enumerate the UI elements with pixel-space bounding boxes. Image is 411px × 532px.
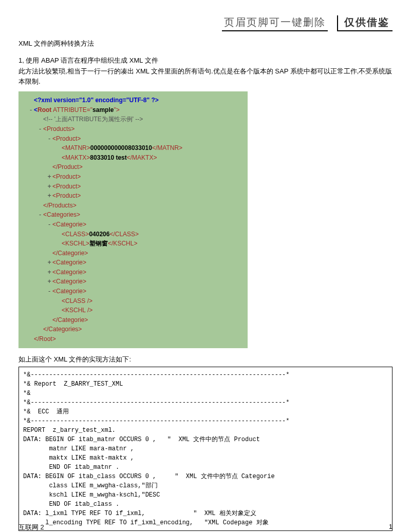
collapse-icon[interactable]: - xyxy=(37,210,43,220)
xml-kschl-empty: <KSCHL /> xyxy=(62,306,92,315)
header-note-left: 页眉页脚可一键删除 xyxy=(222,15,328,31)
xml-categories-close: </Categories> xyxy=(43,325,82,334)
page: 页眉页脚可一键删除 仅供借鉴 XML 文件的两种转换方法 1, 使用 ABAP … xyxy=(0,0,411,532)
xml-products-open: <Products> xyxy=(43,124,74,134)
mid-line: 如上面这个 XML 文件的实现方法如下: xyxy=(18,354,393,365)
code-line: END OF itab_matnr . xyxy=(23,464,119,471)
collapse-icon[interactable]: - xyxy=(37,124,43,134)
expand-icon[interactable]: + xyxy=(46,191,52,201)
xml-kschl: <KSCHL>塑钢窗</KSCHL> xyxy=(62,239,137,249)
xml-categorie-collapsed: <Categorie> xyxy=(52,258,86,268)
code-line: *& xyxy=(23,390,30,397)
abap-code-listing: *&--------------------------------------… xyxy=(18,367,393,531)
collapse-icon[interactable]: - xyxy=(28,105,34,115)
xml-product-close: </Product> xyxy=(52,162,83,172)
header-note-right: 仅供借鉴 xyxy=(337,15,393,31)
code-line: DATA: BEGIN OF itab_matnr OCCURS 0 , " X… xyxy=(23,436,260,443)
code-line: DATA: BEGIN OF itab_class OCCURS 0 , " X… xyxy=(23,473,275,480)
xml-categorie-open: <Categorie> xyxy=(52,220,86,230)
xml-root-close: </Root> xyxy=(34,334,56,344)
xml-product-open: <Product> xyxy=(52,134,81,144)
collapse-icon[interactable]: - xyxy=(46,134,52,144)
expand-icon[interactable]: + xyxy=(46,172,52,182)
doc-title: XML 文件的两种转换方法 xyxy=(18,39,393,49)
xml-categorie-collapsed: <Categorie> xyxy=(52,268,86,277)
xml-matnr: <MATNR>000000000008033010</MATNR> xyxy=(62,143,182,153)
xml-product-collapsed: <Product> xyxy=(52,172,81,182)
xml-maktx: <MAKTX>8033010 test</MAKTX> xyxy=(62,153,157,163)
xml-root-open: <Root ATTRIBUTE="sample"> xyxy=(34,105,120,115)
xml-categorie-collapsed: <Categorie> xyxy=(52,277,86,287)
code-line: DATA: l_ixml TYPE REF TO if_ixml, " XML … xyxy=(23,510,256,517)
code-line: *& Report Z_BARRY_TEST_XML xyxy=(23,381,123,388)
xml-products-close: </Products> xyxy=(43,201,77,211)
code-line: maktx LIKE makt-maktx , xyxy=(23,454,134,462)
xml-product-collapsed: <Product> xyxy=(52,191,81,201)
code-line: matnr LIKE mara-matnr , xyxy=(23,445,134,452)
xml-product-collapsed: <Product> xyxy=(52,182,81,192)
xml-categorie-close: </Categorie> xyxy=(52,249,88,258)
expand-icon[interactable]: + xyxy=(46,268,52,277)
xml-class-empty: <CLASS /> xyxy=(62,296,92,306)
collapse-icon[interactable]: - xyxy=(46,220,52,230)
page-footer: 互联网 2 1 xyxy=(18,523,393,532)
code-line: class LIKE m_wwgha-class,"部门 xyxy=(23,482,158,489)
xml-class: <CLASS>040206</CLASS> xyxy=(62,230,139,239)
xml-categorie-close2: </Categorie> xyxy=(52,315,88,325)
xml-comment: <!-- '上面ATTRIBUTE为属性示例' --> xyxy=(43,115,143,124)
page-header: 页眉页脚可一键删除 仅供借鉴 xyxy=(18,15,393,31)
xml-tree-view: <?xml version="1.0" encoding="UTF-8" ?> … xyxy=(18,91,248,348)
xml-categorie-open2: <Categorie> xyxy=(52,287,86,296)
code-line: kschl LIKE m_wwgha-kschl,"DESC xyxy=(23,491,160,499)
collapse-icon[interactable]: - xyxy=(46,287,52,296)
indent-icon xyxy=(28,96,34,105)
section1-head: 1, 使用 ABAP 语言在程序中组织生成 XML 文件 xyxy=(18,55,393,66)
footer-left: 互联网 2 xyxy=(18,523,44,532)
code-line: *&--------------------------------------… xyxy=(23,399,289,406)
code-line: *& ECC 通用 xyxy=(23,408,69,415)
expand-icon[interactable]: + xyxy=(46,277,52,287)
xml-declaration: <?xml version="1.0" encoding="UTF-8" ?> xyxy=(34,96,159,105)
expand-icon[interactable]: + xyxy=(46,258,52,268)
code-line: *&--------------------------------------… xyxy=(23,417,289,425)
footer-page-number: 1 xyxy=(389,523,393,532)
section1-desc: 此方法比较繁琐,相当于一行一行的凑出 XML 文件里面的所有语句.优点是在各个版… xyxy=(18,66,393,88)
code-line: END OF itab_class . xyxy=(23,501,119,508)
xml-categories-open: <Categories> xyxy=(43,210,80,220)
code-line: REPORT z_barry_test_xml. xyxy=(23,427,116,434)
code-line: *&--------------------------------------… xyxy=(23,371,289,378)
expand-icon[interactable]: + xyxy=(46,182,52,192)
